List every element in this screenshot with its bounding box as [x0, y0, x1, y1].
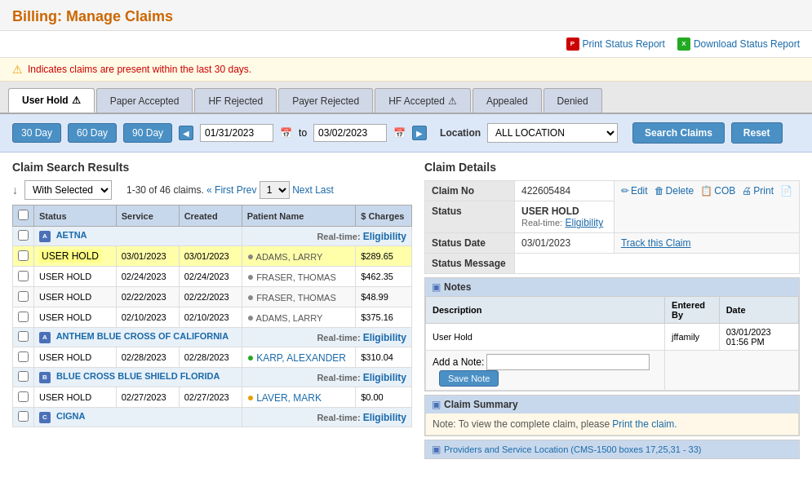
status-value: USER HOLD Real-time: Eligibility: [515, 201, 615, 233]
realtime-label: Real-time:: [521, 218, 562, 228]
aetna-eligibility-link[interactable]: Eligibility: [363, 231, 406, 242]
tab-warning-icon: ⚠: [72, 95, 81, 106]
content-area: Claim Search Results ↓ With Selected 1-3…: [0, 153, 812, 467]
providers-header: ▣ Providers and Service Location (CMS-15…: [425, 440, 799, 458]
day60-button[interactable]: 60 Day: [68, 123, 117, 143]
tab-denied[interactable]: Denied: [544, 88, 602, 113]
row-charges: $462.35: [356, 267, 412, 287]
aetna-name[interactable]: AETNA: [56, 230, 87, 240]
row-checkbox[interactable]: [18, 271, 29, 281]
cigna-icon: C: [39, 412, 51, 423]
status-dot: ●: [247, 290, 254, 303]
detail-eligibility-link[interactable]: Eligibility: [565, 217, 603, 228]
page-title: Billing: Manage Claims: [12, 8, 173, 24]
save-note-button[interactable]: Save Note: [439, 370, 499, 387]
bcbs-name[interactable]: BLUE CROSS BLUE SHIELD FLORIDA: [56, 371, 220, 381]
aetna-checkbox[interactable]: [18, 230, 29, 241]
aetna-group-header: A AETNA Real-time: Eligibility: [13, 227, 412, 246]
anthem-eligibility-link[interactable]: Eligibility: [363, 332, 406, 343]
tab-payer-rejected[interactable]: Payer Rejected: [278, 88, 373, 113]
description-col-header: Description: [426, 297, 665, 324]
filter-bar: 30 Day 60 Day 90 Day ◀ 📅 to 📅 ▶ Location…: [0, 114, 812, 153]
page-select[interactable]: 1: [260, 181, 290, 199]
entered-by-col-header: Entered By: [665, 297, 720, 324]
tab-hf-rejected[interactable]: HF Rejected: [194, 88, 277, 113]
cigna-checkbox[interactable]: [18, 411, 29, 422]
warning-banner: ⚠ Indicates claims are present within th…: [0, 58, 812, 82]
bcbs-checkbox[interactable]: [18, 371, 29, 382]
row-service: 02/28/2023: [116, 347, 179, 368]
providers-expand-icon[interactable]: ▣: [432, 444, 441, 455]
summary-expand-icon[interactable]: ▣: [432, 399, 441, 410]
location-label: Location: [440, 127, 481, 139]
warning-text: Indicates claims are present within the …: [28, 64, 251, 75]
status-date-value: 03/01/2023: [515, 233, 615, 254]
providers-label[interactable]: Providers and Service Location (CMS-1500…: [444, 444, 702, 454]
date-next-button[interactable]: ▶: [412, 126, 427, 140]
track-claim-link[interactable]: Track this Claim: [621, 237, 691, 249]
notes-expand-icon[interactable]: ▣: [432, 281, 441, 293]
tab-user-hold[interactable]: User Hold ⚠: [8, 88, 95, 113]
first-link[interactable]: « First: [206, 184, 233, 196]
notes-section: ▣ Notes Description Entered By Date User…: [424, 277, 800, 391]
row-checkbox[interactable]: [18, 291, 29, 302]
with-selected-dropdown[interactable]: With Selected: [24, 180, 112, 200]
search-claims-button[interactable]: Search Claims: [632, 122, 725, 144]
row-checkbox[interactable]: [18, 250, 29, 261]
date-to-input[interactable]: [313, 124, 387, 142]
claim-summary-section: ▣ Claim Summary Note: To view the comple…: [424, 395, 800, 436]
print-link[interactable]: 🖨 Print: [742, 185, 774, 197]
tab-hf-accepted[interactable]: HF Accepted ⚠: [375, 88, 471, 113]
edit-link[interactable]: ✏ Edit: [621, 185, 648, 197]
row-patient[interactable]: ● FRASER, THOMAS: [242, 287, 356, 307]
row-created: 02/10/2023: [179, 307, 242, 328]
calendar-from-icon[interactable]: 📅: [280, 127, 292, 139]
row-patient[interactable]: ● ADAMS, LARRY: [242, 307, 356, 328]
row-patient[interactable]: ● FRASER, THOMAS: [242, 267, 356, 287]
anthem-checkbox[interactable]: [18, 331, 29, 342]
reset-button[interactable]: Reset: [731, 122, 783, 144]
delete-link[interactable]: 🗑 Delete: [654, 185, 694, 197]
row-created: 02/24/2023: [179, 267, 242, 287]
download-status-button[interactable]: X Download Status Report: [677, 38, 800, 51]
row-patient[interactable]: ● ADAMS, LARRY: [242, 246, 356, 267]
bcbs-eligibility-link[interactable]: Eligibility: [363, 372, 406, 383]
next-link[interactable]: Next: [292, 184, 313, 196]
row-charges: $310.04: [356, 347, 412, 368]
row-checkbox[interactable]: [18, 391, 29, 402]
cigna-name[interactable]: CIGNA: [56, 411, 85, 421]
last-link[interactable]: Last: [315, 184, 334, 196]
tabs-container: User Hold ⚠ Paper Accepted HF Rejected P…: [0, 82, 812, 114]
anthem-name[interactable]: ANTHEM BLUE CROSS OF CALIFORNIA: [56, 331, 229, 341]
date-prev-button[interactable]: ◀: [179, 126, 193, 140]
charges-column-header: $ Charges: [356, 206, 412, 227]
cob-link[interactable]: 📋 COB: [700, 185, 735, 197]
day30-button[interactable]: 30 Day: [12, 123, 61, 143]
notes-label: Notes: [444, 281, 471, 293]
add-note-input[interactable]: [486, 354, 650, 370]
date-separator: to: [299, 127, 307, 139]
row-checkbox[interactable]: [18, 312, 29, 322]
print-status-button[interactable]: P Print Status Report: [566, 38, 665, 51]
row-patient[interactable]: ● LAVER, MARK: [242, 387, 356, 408]
tab-appealed[interactable]: Appealed: [473, 88, 542, 113]
print-claim-link[interactable]: Print the claim.: [612, 418, 677, 430]
select-all-checkbox[interactable]: [18, 210, 29, 220]
calendar-to-icon[interactable]: 📅: [393, 127, 406, 139]
row-checkbox[interactable]: [18, 351, 29, 362]
date-from-input[interactable]: [200, 124, 273, 142]
location-select[interactable]: ALL LOCATION: [487, 123, 618, 143]
select-all-header: [13, 206, 34, 227]
pdf-icon: P: [566, 38, 579, 51]
row-patient[interactable]: ● KARP, ALEXANDER: [242, 347, 356, 368]
prev-link[interactable]: Prev: [237, 184, 257, 196]
status-message-value: [515, 254, 800, 274]
cigna-eligibility-link[interactable]: Eligibility: [363, 412, 406, 423]
tab-paper-accepted[interactable]: Paper Accepted: [96, 88, 193, 113]
day90-button[interactable]: 90 Day: [123, 123, 172, 143]
bcbs-group-header: B BLUE CROSS BLUE SHIELD FLORIDA Real-ti…: [13, 368, 412, 387]
pdf-print-icon: 📄: [780, 185, 792, 197]
note-date: 03/01/2023 01:56 PM: [719, 324, 798, 351]
status-dot: ●: [247, 311, 254, 324]
bcbs-realtime: Real-time:: [317, 373, 360, 382]
